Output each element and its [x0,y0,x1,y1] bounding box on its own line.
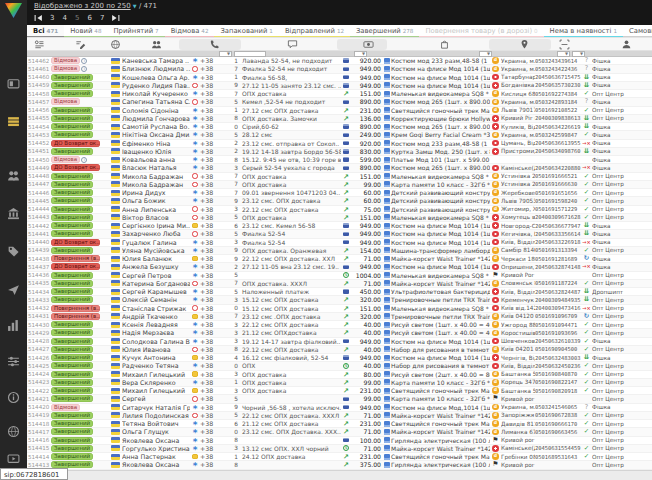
client-phone[interactable]: +38 [200,57,230,64]
product-name[interactable]: Костюм на флисе Мод 1014 (1ш [390,239,490,246]
client-phone[interactable]: +38 [200,247,230,254]
status-cell[interactable]: ДО Возврат ок.. [51,140,109,147]
delivery-address[interactable]: Лиманка 67803 [501,429,535,435]
delivery-address[interactable]: Кривой рог [501,396,535,402]
order-comment[interactable]: 13.12 смс ОПХ. ХХЛ чорний [239,445,341,452]
client-phone[interactable]: +38 [200,445,230,452]
sidebar-item-clients-icon[interactable] [7,169,20,182]
client-name[interactable]: Віктор Власов [122,214,190,221]
product-name[interactable]: Набор для рисования в темнот [390,346,490,353]
status-cell[interactable]: Завершений [51,131,109,138]
client-phone[interactable]: +38 [200,346,230,353]
status-cell[interactable]: Відмоваi [51,57,109,64]
table-row[interactable]: 514424ЗавершенийМихаил Гилецький+383ОПХ … [27,371,652,379]
table-row[interactable]: 514461ВідмоваiБлизнюк Людмила ..+387Фиал… [27,65,652,73]
client-phone[interactable]: +38 [200,387,230,394]
delivery-address[interactable]: Коростишів 12 [501,330,535,336]
sidebar-item-workspace-panel-icon[interactable] [7,77,20,90]
tab-Завершений[interactable]: Завершений278 [350,25,419,38]
status-cell[interactable]: Завершений [51,428,109,435]
client-name[interactable]: Сапегина Татьяна С.. [122,98,190,105]
order-comment[interactable]: ОПХ доставка. Оранжевая [239,247,341,254]
product-name[interactable]: Светящийся гоночный трек Ма [390,453,490,460]
client-phone[interactable]: +38 [200,156,230,163]
tracking-number[interactable]: 20450634220880 [535,165,581,171]
status-cell[interactable]: Завершений [51,296,109,303]
status-cell[interactable]: Завершений [51,288,109,295]
client-name[interactable]: Уляна Мусійовська [122,247,190,254]
page-number[interactable]: 3 [50,14,54,22]
client-phone[interactable]: +38 [200,296,230,303]
delivery-address[interactable]: Київ, Відділенн [501,289,535,295]
order-comment[interactable]: 23.12 смс. Кемел 56-58 [239,222,341,229]
delivery-address[interactable]: Устинівка 28600 [501,173,535,179]
status-cell[interactable]: Завершений [51,206,109,213]
product-name[interactable]: Гирлянда электрическая (100 л [390,461,490,468]
product-name[interactable]: Детский развивающий констру [390,206,490,213]
client-phone[interactable]: +38 [200,371,230,378]
table-row[interactable]: 514423ЗавершенийВера Скляренко*+381ОПХ д… [27,379,652,387]
client-name[interactable]: Самотій Руслана Во.. [122,123,190,130]
tab-Відмова[interactable]: Відмова42 [165,25,215,38]
tracking-number[interactable]: 0501690840870 [535,371,581,377]
client-name[interactable]: Власюк Наталья [122,164,190,171]
delivery-address[interactable]: Баштанка 56101 [501,388,535,394]
client-phone[interactable]: +38 [200,189,230,196]
table-row[interactable]: 514442ЗавершенийСергієнко Ірина Ми..+386… [27,222,652,230]
delivery-address[interactable]: Ужгород 88016 [501,322,535,328]
client-phone[interactable]: +38 [200,173,230,180]
tracking-number[interactable]: 0501690820918 [535,388,581,394]
product-name[interactable]: Костюм на флисе Мод 1014 (1ш [390,338,490,345]
status-cell[interactable]: Завершений [51,346,109,353]
table-row[interactable]: 514431Повернення (в..Андрій Ткаченко+387… [27,313,652,321]
product-name[interactable]: Маленькая видеокамера SQ8 * [390,214,490,221]
delivery-address[interactable]: Камінське(Дні [501,165,535,171]
client-name[interactable]: Микола Бадражан [122,181,190,188]
client-name[interactable]: Андрій Ткаченко [122,313,190,320]
table-row[interactable]: 514456ЗавершенийСоломія Сідоніна*+38127.… [27,107,652,115]
client-name[interactable]: Єфіменко Ніна [122,140,190,147]
product-name[interactable]: Майка-корсет Waist Trainer *142 [390,412,490,419]
sidebar-item-info-icon[interactable] [7,391,20,404]
status-cell[interactable]: Завершений [51,280,109,287]
client-name[interactable]: Анна Липенська [122,206,190,213]
tracking-number[interactable]: 20450636677947 [535,223,581,229]
client-phone[interactable]: +38 [200,321,230,328]
status-cell[interactable]: Завершений [51,272,109,279]
status-cell[interactable]: Завершений [51,371,109,378]
column-header-phone-icon[interactable] [209,39,220,50]
tracking-number[interactable]: 0501691096709 [535,313,581,319]
table-row[interactable]: 514453ЗавершенийНікітіна Оксана Дми..*+3… [27,131,652,139]
order-comment[interactable]: 15.12 смс ОПХ доставка [239,296,341,303]
tracking-number[interactable]: 0501692108522 [535,107,581,113]
client-phone[interactable]: +38 [200,272,230,279]
column-header-comment-icon[interactable] [287,39,298,50]
order-comment[interactable]: Чорний ,56-58 , хотела исключ.. [239,404,341,411]
client-name[interactable]: Ковальова анна [122,156,190,163]
product-name[interactable]: Гирлянда электрическая (100 л [390,437,490,444]
product-name[interactable]: Корректирующие брюки Hollyw [390,115,490,122]
client-phone[interactable]: +38 [200,98,230,105]
delivery-address[interactable]: Львів 79053 [501,198,535,204]
status-cell[interactable]: Завершений [51,338,109,345]
status-cell[interactable]: Завершений [51,197,109,204]
product-name[interactable]: Карта памяти 10 класс - 32Гб *1 [390,379,490,386]
product-name[interactable]: Светящийся гоночный трек Ма [390,420,490,427]
delivery-address[interactable]: Украина, м. Де [501,132,535,138]
product-name[interactable]: Карта памяти 10 класс - 32Гб *1 [390,395,490,402]
status-cell[interactable]: Завершений [51,222,109,229]
client-name[interactable]: Яковлева Оксана [122,461,190,468]
table-row[interactable]: 514457ВідмоваСапегина Татьяна С..+385Кем… [27,98,652,106]
status-cell[interactable]: ДО Возврат ок.. [51,263,109,270]
delivery-address[interactable]: Кривий Ріг від. [501,115,535,121]
client-phone[interactable]: +38 [200,65,230,72]
order-comment[interactable]: Лаванда 52-54, не подходит [239,57,341,64]
table-row[interactable]: 514459ЗавершенийРуденко Лидия Пав..+3892… [27,82,652,90]
delivery-address[interactable]: Украина, м. Но [501,404,535,410]
order-comment[interactable]: ОПХ доставка [239,181,341,188]
client-phone[interactable]: +38 [200,404,230,411]
client-phone[interactable]: +38 [200,354,230,361]
status-cell[interactable]: Завершений [51,329,109,336]
order-comment[interactable]: 23.12 смс. ОПХ доставка [239,197,341,204]
product-name[interactable]: Маленькая видеокамера SQ8 * [390,272,490,279]
